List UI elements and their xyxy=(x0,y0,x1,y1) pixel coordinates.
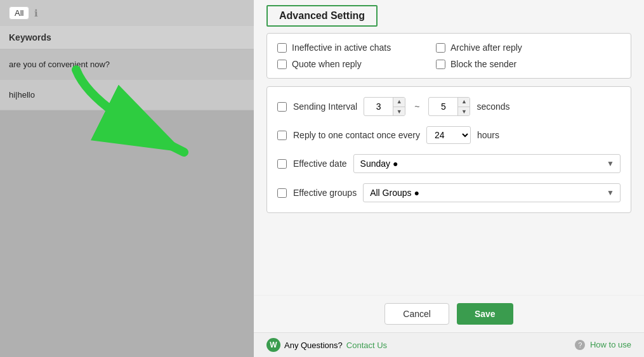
wa-icon: W xyxy=(266,338,280,352)
max-spin-down[interactable]: ▼ xyxy=(458,107,470,117)
question-icon: ? xyxy=(575,340,585,350)
max-spin-up[interactable]: ▲ xyxy=(458,97,470,107)
effective-date-checkbox[interactable] xyxy=(277,159,287,169)
max-value-input[interactable] xyxy=(429,101,457,112)
quote-option: Quote when reply xyxy=(277,59,417,69)
effective-groups-checkbox[interactable] xyxy=(277,188,287,198)
footer-actions: Cancel Save xyxy=(254,295,644,332)
min-spin-buttons: ▲ ▼ xyxy=(393,97,405,116)
max-spin-buttons: ▲ ▼ xyxy=(457,97,470,116)
cancel-button[interactable]: Cancel xyxy=(384,303,449,325)
archive-checkbox[interactable] xyxy=(436,43,445,53)
tilde-separator: ~ xyxy=(412,101,422,112)
sidebar-header: Keywords xyxy=(0,26,254,49)
effective-date-row: Effective date Sunday ● Monday Tuesday W… xyxy=(277,154,621,173)
sidebar-top-bar: All ℹ xyxy=(0,0,254,26)
sending-interval-row: Sending Interval ▲ ▼ ~ ▲ ▼ seconds xyxy=(277,97,621,116)
list-item[interactable]: are you of convenient now? xyxy=(0,49,254,80)
page-title: Advanced Setting xyxy=(266,5,378,27)
advanced-setting-header: Advanced Setting xyxy=(254,0,644,27)
effective-date-dropdown-wrapper: Sunday ● Monday Tuesday Wednesday Thursd… xyxy=(353,154,621,173)
keyword-text: hi|hello xyxy=(9,90,35,100)
sending-interval-max-input[interactable]: ▲ ▼ xyxy=(428,97,470,116)
block-checkbox[interactable] xyxy=(436,60,445,69)
ineffective-label: Ineffective in active chats xyxy=(292,42,391,53)
effective-date-label: Effective date xyxy=(293,159,347,169)
hours-label: hours xyxy=(477,130,499,140)
effective-date-select[interactable]: Sunday ● Monday Tuesday Wednesday Thursd… xyxy=(353,154,621,173)
seconds-label: seconds xyxy=(476,101,509,112)
effective-groups-select[interactable]: All Groups ● Group 1 Group 2 xyxy=(363,183,621,202)
sending-interval-label: Sending Interval xyxy=(293,101,357,112)
content-area: Ineffective in active chats Archive afte… xyxy=(254,27,644,295)
reply-contact-row: Reply to one contact once every 24 1 2 4… xyxy=(277,126,621,144)
effective-groups-dropdown-wrapper: All Groups ● Group 1 Group 2 ▼ xyxy=(363,183,621,202)
options-row-2: Quote when reply Block the sender xyxy=(277,59,621,69)
save-button[interactable]: Save xyxy=(457,303,513,325)
sidebar: All ℹ Keywords are you of convenient now… xyxy=(0,0,254,357)
hours-select[interactable]: 24 1 2 4 6 8 12 48 72 xyxy=(426,126,471,144)
min-spin-down[interactable]: ▼ xyxy=(393,107,405,117)
archive-label: Archive after reply xyxy=(450,42,522,53)
info-icon: ℹ xyxy=(34,8,38,19)
bottom-right: ? How to use xyxy=(575,340,631,350)
ineffective-checkbox[interactable] xyxy=(277,43,287,53)
sending-interval-min-input[interactable]: ▲ ▼ xyxy=(364,97,405,116)
any-questions-text: Any Questions? xyxy=(284,341,343,350)
archive-option: Archive after reply xyxy=(436,42,575,53)
bottom-bar: W Any Questions? Contact Us ? How to use xyxy=(254,332,644,357)
keyword-text: are you of convenient now? xyxy=(9,60,110,69)
main-panel: Advanced Setting Ineffective in active c… xyxy=(254,0,644,357)
contact-us-link[interactable]: Contact Us xyxy=(346,341,387,350)
reply-contact-checkbox[interactable] xyxy=(277,131,287,140)
sending-interval-checkbox[interactable] xyxy=(277,102,287,112)
block-option: Block the sender xyxy=(436,59,575,69)
hours-select-wrap: 24 1 2 4 6 8 12 48 72 xyxy=(426,126,471,144)
quote-checkbox[interactable] xyxy=(277,60,287,69)
options-box: Ineffective in active chats Archive afte… xyxy=(266,33,631,79)
reply-contact-label: Reply to one contact once every xyxy=(293,130,420,140)
effective-groups-row: Effective groups All Groups ● Group 1 Gr… xyxy=(277,183,621,202)
effective-groups-label: Effective groups xyxy=(293,188,357,198)
options-row-1: Ineffective in active chats Archive afte… xyxy=(277,42,621,53)
min-value-input[interactable] xyxy=(364,101,393,112)
min-spin-up[interactable]: ▲ xyxy=(393,97,405,107)
settings-box: Sending Interval ▲ ▼ ~ ▲ ▼ seconds xyxy=(266,86,631,213)
all-badge[interactable]: All xyxy=(9,6,29,20)
bottom-left: W Any Questions? Contact Us xyxy=(266,338,387,352)
how-to-use-link[interactable]: How to use xyxy=(590,340,631,349)
list-item[interactable]: hi|hello xyxy=(0,80,254,110)
quote-label: Quote when reply xyxy=(292,59,362,69)
ineffective-option: Ineffective in active chats xyxy=(277,42,417,53)
block-label: Block the sender xyxy=(450,59,516,69)
keywords-label: Keywords xyxy=(9,32,51,42)
